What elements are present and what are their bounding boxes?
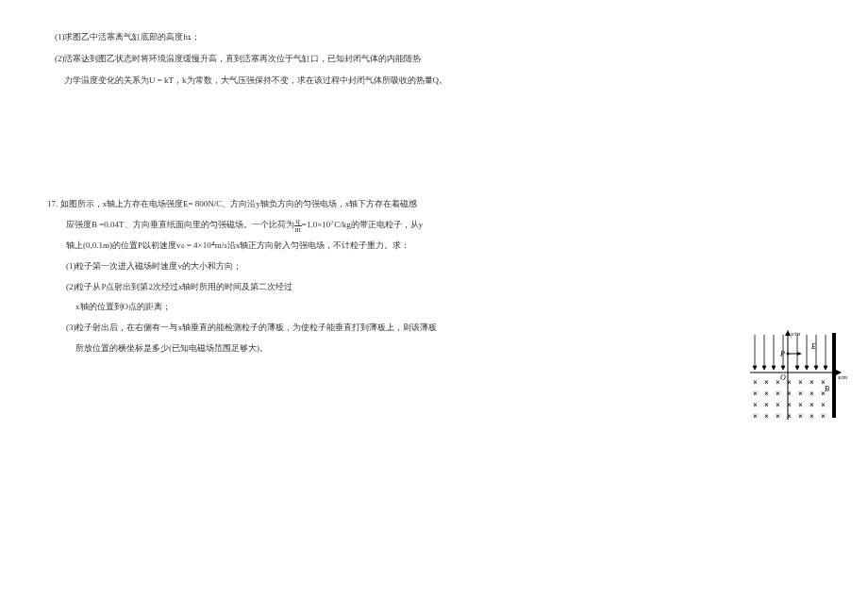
svg-text:×: × [764,389,769,398]
page-content: (1)求图乙中活塞离气缸底部的高度h₁； (2)活塞达到图乙状态时将环境温度缓慢… [0,0,868,379]
svg-text:×: × [798,401,803,409]
q16-part1: (1)求图乙中活塞离气缸底部的高度h₁； [55,28,821,47]
svg-text:×: × [753,401,758,409]
p-label: P [779,350,785,358]
q17-number: 17. [47,199,58,208]
velocity-arrowhead-icon [797,352,802,356]
svg-marker-9 [795,366,799,370]
svg-text:×: × [776,412,780,421]
svg-text:×: × [787,401,792,409]
q16-part2-line1: (2)活塞达到图乙状态时将环境温度缓慢升高，直到活塞再次位于气缸口，已知封闭气体… [55,50,821,69]
detector-plate [832,333,836,418]
diagram-svg: ××××××× ××××××× ××××××× ××××××× y/m x/m … [745,330,849,424]
svg-text:×: × [810,401,814,409]
q17-text1: 如图所示，x轴上方存在电场强度E= 800N/C、方向沿y轴负方向的匀强电场，x… [60,199,418,208]
svg-marker-7 [781,366,785,370]
svg-text:×: × [753,378,758,387]
svg-text:×: × [753,389,758,398]
o-label: O [780,373,786,382]
b-field-crosses: ××××××× ××××××× ××××××× ××××××× [753,378,826,421]
q17-part1: (1)粒子第一次进入磁场时速度v的大小和方向； [66,257,821,276]
svg-text:×: × [821,412,826,421]
svg-marker-3 [762,366,766,370]
svg-text:×: × [821,401,826,409]
svg-text:×: × [798,378,803,387]
svg-text:×: × [787,389,792,398]
svg-text:×: × [798,412,803,421]
svg-text:×: × [787,412,792,421]
fraction-q-over-m: qm [294,218,302,234]
svg-marker-5 [772,366,776,370]
svg-text:×: × [776,401,780,409]
svg-text:×: × [776,389,780,398]
svg-text:×: × [764,412,769,421]
svg-marker-15 [824,366,827,370]
q17-part3-line1: (3)粒子射出后，在右侧有一与x轴垂直的能检测粒子的薄板，为使粒子能垂直打到薄板… [66,319,821,338]
spacing [47,91,821,186]
question-17: 17. 如图所示，x轴上方存在电场强度E= 800N/C、方向沿y轴负方向的匀强… [47,195,821,357]
svg-text:×: × [810,389,814,398]
q16-part2-line2: 力学温度变化的关系为U = kT，k为常数，大气压强保持不变，求在该过程中封闭气… [64,72,821,91]
svg-text:×: × [764,378,769,387]
svg-text:×: × [753,412,758,421]
b-label: B [825,385,829,393]
q17-part3-line2: 所放位置的横坐标是多少(已知电磁场范围足够大)。 [75,340,821,358]
q17-stem-line2: 应强度B =0.04T、方向垂直纸面向里的匀强磁场。一个比荷为qm=1.0×10… [66,216,821,235]
svg-marker-1 [753,366,757,370]
q17-part2-line1: (2)粒子从P点射出到第2次经过x轴时所用的时间及第二次经过 [66,278,821,297]
svg-text:×: × [798,389,803,398]
e-label: E [810,342,816,351]
q17-stem-line3: 轴上(0,0.1m)的位置P以初速度v₀ = 4×10⁴m/s沿x轴正方向射入匀… [66,237,821,256]
physics-diagram: ××××××× ××××××× ××××××× ××××××× y/m x/m … [745,330,849,424]
svg-marker-11 [805,366,809,370]
y-axis-label: y/m [790,330,800,338]
svg-text:×: × [764,401,769,409]
svg-text:×: × [787,378,792,387]
e-field-arrows [753,335,827,370]
x-axis-label: x/m [837,373,847,381]
q17-stem-line1: 17. 如图所示，x轴上方存在电场强度E= 800N/C、方向沿y轴负方向的匀强… [47,195,821,214]
q17-part2-line2: x轴的位置到O点的距离； [75,298,821,317]
svg-text:×: × [810,378,814,387]
svg-text:×: × [810,412,814,421]
q17-text2b: =1.0×10⁷C/kg的带正电粒子，从y [302,220,423,229]
q17-text2a: 应强度B =0.04T、方向垂直纸面向里的匀强磁场。一个比荷为 [66,220,294,229]
svg-marker-13 [814,366,818,370]
